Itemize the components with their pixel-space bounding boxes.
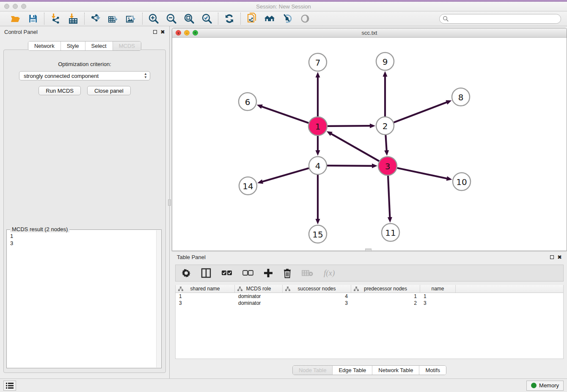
graph-node-6[interactable]: 6 bbox=[239, 93, 256, 110]
cell-mcds-role: dominator bbox=[235, 293, 283, 300]
graph-edge-1-7[interactable] bbox=[316, 72, 320, 116]
cell-name: 1 bbox=[420, 293, 456, 300]
memory-button[interactable]: Memory bbox=[526, 381, 564, 391]
delete-column-trash-icon[interactable] bbox=[283, 268, 292, 279]
toolbar-search bbox=[439, 14, 561, 24]
export-network-icon[interactable] bbox=[90, 13, 101, 24]
column-header-mcds-role[interactable]: MCDS role bbox=[235, 285, 283, 293]
function-builder-icon[interactable]: f(x) bbox=[324, 268, 335, 279]
table-panel-title: Table Panel bbox=[177, 254, 206, 260]
tab-select[interactable]: Select bbox=[85, 41, 113, 50]
graph-edge-3-11[interactable] bbox=[388, 176, 392, 223]
graph-node-4[interactable]: 4 bbox=[309, 157, 327, 174]
clone-network-icon[interactable] bbox=[246, 13, 257, 24]
tab-motifs[interactable]: Motifs bbox=[419, 366, 446, 375]
column-header-shared-name[interactable]: shared name bbox=[176, 285, 235, 293]
tab-edge-table[interactable]: Edge Table bbox=[332, 366, 372, 375]
tab-style[interactable]: Style bbox=[61, 41, 85, 50]
split-view-icon[interactable] bbox=[201, 268, 211, 279]
table-row[interactable]: 1 dominator 4 1 1 bbox=[176, 293, 563, 300]
result-scrollbar[interactable] bbox=[156, 230, 161, 367]
refresh-layout-icon[interactable] bbox=[224, 13, 235, 24]
float-table-panel-icon[interactable] bbox=[550, 255, 554, 259]
node-table[interactable]: shared name MCDS role successor nodes pr… bbox=[175, 285, 564, 359]
network-graph: 7968124314101511 bbox=[172, 38, 567, 251]
graph-node-2[interactable]: 2 bbox=[376, 117, 394, 135]
network-canvas[interactable]: 7968124314101511 bbox=[172, 38, 567, 251]
graph-edge-3-10[interactable] bbox=[397, 168, 452, 181]
graph-node-3[interactable]: 3 bbox=[378, 157, 397, 175]
graph-edge-1-4[interactable] bbox=[316, 136, 320, 156]
hide-all-columns-icon[interactable] bbox=[242, 268, 253, 279]
column-header-successor-nodes[interactable]: successor nodes bbox=[283, 285, 351, 293]
column-header-predecessor-nodes[interactable]: predecessor nodes bbox=[351, 285, 420, 293]
graph-node-11[interactable]: 11 bbox=[382, 224, 399, 241]
zoom-in-icon[interactable] bbox=[148, 13, 159, 24]
run-mcds-button[interactable]: Run MCDS bbox=[39, 86, 81, 95]
birdseye-view-icon[interactable] bbox=[300, 13, 311, 24]
tab-mcds[interactable]: MCDS bbox=[113, 41, 141, 50]
graph-edge-2-9[interactable] bbox=[383, 71, 388, 116]
home-icon[interactable] bbox=[264, 13, 275, 24]
zoom-selected-icon[interactable] bbox=[201, 13, 212, 24]
open-folder-icon[interactable] bbox=[10, 13, 21, 24]
cell-predecessor-nodes: 2 bbox=[351, 300, 420, 306]
import-table-icon[interactable] bbox=[68, 13, 79, 24]
network-view-window: x - + scc.txt 7968124314101511 bbox=[172, 28, 567, 251]
result-line: 1 bbox=[10, 232, 156, 240]
column-tree-icon bbox=[285, 287, 290, 293]
graph-node-1[interactable]: 1 bbox=[308, 117, 327, 135]
graph-edge-2-3[interactable] bbox=[384, 135, 389, 156]
save-icon[interactable] bbox=[28, 13, 39, 24]
graph-node-9[interactable]: 9 bbox=[376, 52, 394, 70]
graph-edge-3-1[interactable] bbox=[327, 131, 379, 161]
node-label: 9 bbox=[383, 57, 388, 67]
import-network-icon[interactable] bbox=[50, 13, 61, 24]
tab-node-table[interactable]: Node Table bbox=[293, 366, 333, 375]
task-history-button[interactable] bbox=[3, 381, 16, 391]
cell-predecessor-nodes: 1 bbox=[351, 293, 420, 300]
float-panel-icon[interactable] bbox=[153, 30, 157, 34]
graph-node-14[interactable]: 14 bbox=[239, 177, 257, 195]
close-panel-button[interactable]: Close panel bbox=[87, 86, 131, 95]
zoom-out-icon[interactable] bbox=[166, 13, 177, 24]
graph-node-7[interactable]: 7 bbox=[309, 53, 327, 71]
close-panel-icon[interactable]: ✖ bbox=[160, 30, 165, 34]
node-label: 10 bbox=[456, 177, 467, 187]
panel-splitter-handle[interactable] bbox=[168, 199, 171, 206]
graph-edge-4-14[interactable] bbox=[257, 168, 309, 184]
tab-network-table[interactable]: Network Table bbox=[372, 366, 419, 375]
cell-name: 3 bbox=[420, 300, 456, 306]
column-header-name[interactable]: name bbox=[420, 285, 456, 293]
export-table-icon[interactable] bbox=[108, 13, 119, 24]
graph-node-10[interactable]: 10 bbox=[453, 173, 471, 190]
mcds-result-list[interactable]: 1 3 bbox=[7, 230, 156, 367]
table-settings-gear-icon[interactable] bbox=[182, 268, 191, 279]
graph-edge-1-2[interactable] bbox=[328, 124, 375, 128]
application-window: Session: New Session bbox=[0, 0, 567, 392]
search-input[interactable] bbox=[439, 14, 561, 24]
graph-edge-4-15[interactable] bbox=[316, 175, 320, 224]
show-all-columns-icon[interactable] bbox=[221, 268, 232, 279]
criterion-dropdown[interactable]: strongly connected component ▲▼ bbox=[19, 71, 150, 80]
graph-node-15[interactable]: 15 bbox=[309, 225, 327, 243]
zoom-fit-icon[interactable] bbox=[184, 13, 195, 24]
background-window-edge bbox=[0, 0, 567, 2]
delete-table-icon[interactable] bbox=[302, 268, 314, 279]
table-splitter-handle[interactable] bbox=[365, 248, 372, 251]
tab-network[interactable]: Network bbox=[28, 41, 61, 50]
graph-edge-4-3[interactable] bbox=[327, 163, 377, 168]
export-image-icon[interactable] bbox=[126, 13, 137, 24]
optimization-criterion-label: Optimization criterion: bbox=[4, 61, 165, 67]
graph-edge-2-8[interactable] bbox=[394, 100, 452, 123]
network-window-titlebar[interactable]: x - + scc.txt bbox=[172, 28, 567, 38]
add-column-icon[interactable] bbox=[264, 268, 273, 279]
close-table-panel-icon[interactable]: ✖ bbox=[557, 255, 562, 259]
network-title: scc.txt bbox=[172, 30, 567, 36]
control-panel-tabs: Network Style Select MCDS bbox=[0, 41, 169, 51]
graph-node-8[interactable]: 8 bbox=[452, 88, 470, 106]
node-label: 7 bbox=[315, 58, 321, 68]
table-row[interactable]: 3 dominator 3 2 3 bbox=[176, 300, 563, 306]
hide-graphics-details-icon[interactable] bbox=[282, 13, 293, 24]
graph-edge-1-6[interactable] bbox=[257, 105, 309, 123]
